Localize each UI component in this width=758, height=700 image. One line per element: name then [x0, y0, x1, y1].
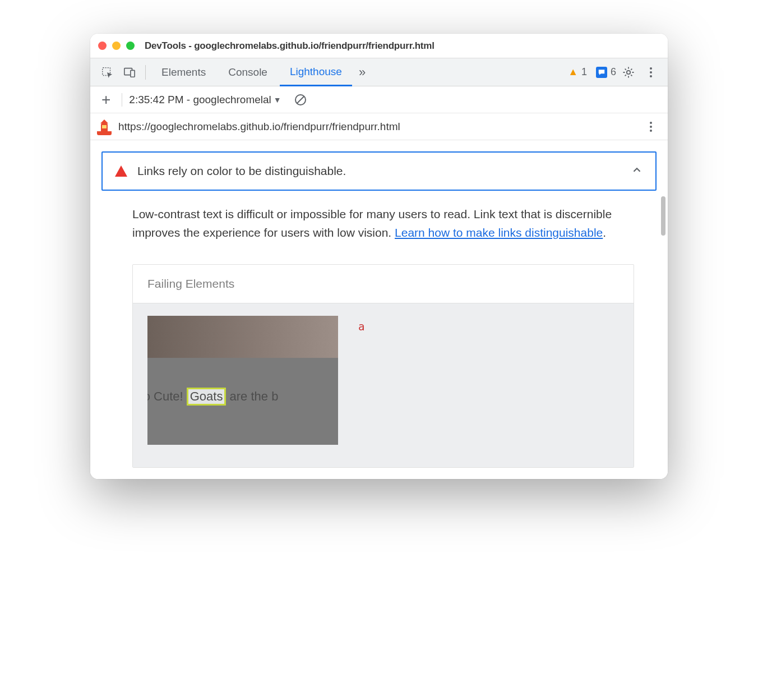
caption-post: are the b [226, 389, 278, 403]
inspect-element-icon[interactable] [97, 62, 117, 82]
titlebar: DevTools - googlechromelabs.github.io/fr… [90, 34, 668, 58]
failing-header: Failing Elements [133, 265, 634, 303]
more-tabs-button[interactable]: » [354, 65, 370, 80]
devtools-window: DevTools - googlechromelabs.github.io/fr… [90, 34, 668, 479]
chevron-down-icon: ▼ [274, 95, 281, 104]
learn-more-link[interactable]: Learn how to make links distinguishable [395, 226, 603, 239]
tab-console[interactable]: Console [218, 58, 278, 86]
report-label: 2:35:42 PM - googlechromelal [129, 94, 271, 106]
close-window-button[interactable] [98, 42, 107, 50]
audit-description-post: . [603, 226, 606, 239]
fail-triangle-icon [115, 165, 127, 177]
issues-badges[interactable]: ▲ 1 6 [568, 66, 616, 78]
chevron-up-icon [631, 164, 643, 178]
warning-count: 1 [581, 66, 587, 78]
divider [122, 93, 122, 107]
more-options-button[interactable] [641, 62, 661, 82]
settings-icon[interactable] [618, 62, 639, 82]
divider [145, 65, 146, 80]
scrollbar-thumb[interactable] [661, 196, 665, 236]
clear-icon[interactable] [293, 92, 308, 108]
window-title: DevTools - googlechromelabs.github.io/fr… [145, 40, 435, 52]
lighthouse-subbar: + 2:35:42 PM - googlechromelal ▼ [90, 86, 668, 113]
device-toolbar-icon[interactable] [119, 62, 140, 82]
report-select[interactable]: 2:35:42 PM - googlechromelal ▼ [129, 94, 281, 106]
highlighted-link-text: Goats [187, 388, 227, 406]
svg-rect-2 [131, 70, 135, 77]
message-count: 6 [611, 66, 616, 78]
zoom-window-button[interactable] [126, 42, 135, 50]
report-url: https://googlechromelabs.github.io/frien… [118, 121, 400, 133]
message-icon [596, 67, 607, 78]
lighthouse-icon [97, 118, 112, 135]
warning-icon: ▲ [568, 66, 578, 78]
tab-elements[interactable]: Elements [151, 58, 216, 86]
caption-pre: So Cute! [147, 389, 187, 403]
element-screenshot[interactable]: So Cute! Goats are the b [147, 316, 338, 445]
tab-lighthouse[interactable]: Lighthouse [280, 58, 352, 86]
failing-body: So Cute! Goats are the b a [133, 303, 634, 467]
element-tag[interactable]: a [358, 316, 364, 333]
traffic-lights [98, 42, 135, 50]
svg-line-5 [297, 96, 304, 103]
report-url-bar: https://googlechromelabs.github.io/frien… [90, 113, 668, 140]
devtools-tabbar: Elements Console Lighthouse » ▲ 1 6 [90, 58, 668, 86]
report-content: Links rely on color to be distinguishabl… [90, 140, 668, 479]
new-report-button[interactable]: + [97, 91, 115, 109]
audit-description: Low-contrast text is difficult or imposs… [101, 201, 657, 254]
audit-header[interactable]: Links rely on color to be distinguishabl… [101, 151, 657, 191]
audit-title: Links rely on color to be distinguishabl… [137, 164, 621, 178]
report-menu-button[interactable] [641, 117, 661, 137]
minimize-window-button[interactable] [112, 42, 121, 50]
svg-point-3 [627, 70, 630, 73]
failing-elements-box: Failing Elements So Cute! Goats are the … [132, 264, 634, 468]
